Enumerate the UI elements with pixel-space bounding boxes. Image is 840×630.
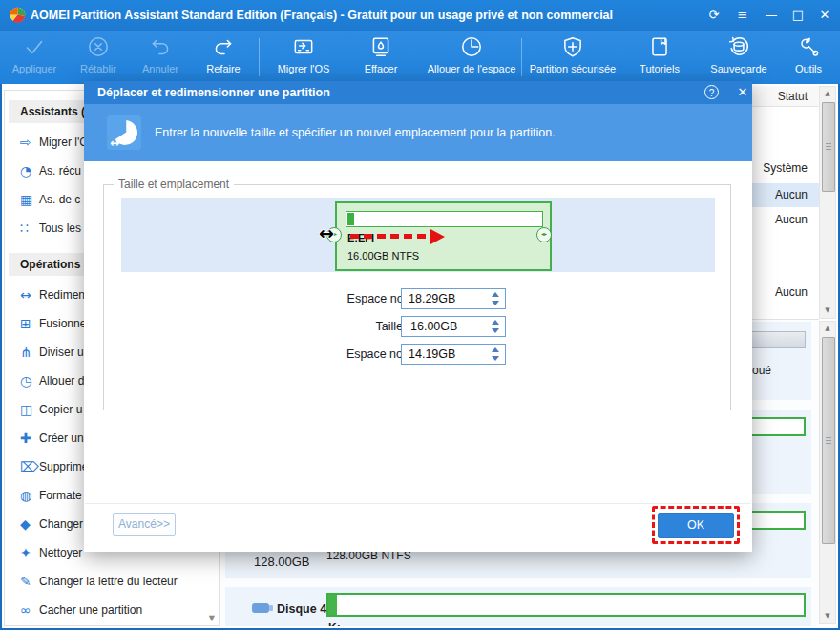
unallocated-after-input[interactable]: 14.19GB xyxy=(401,344,506,365)
toolbar-label: Effacer xyxy=(346,63,416,75)
partition-usage-fill xyxy=(347,213,354,225)
toolbar-separator xyxy=(521,38,522,76)
close-icon[interactable]: ✕ xyxy=(811,0,838,31)
redo-button[interactable]: Refaire xyxy=(193,34,254,82)
check-icon xyxy=(2,34,67,63)
redo-icon xyxy=(193,34,254,63)
disk-size-label: 128.00GB xyxy=(254,555,310,569)
undo-button[interactable]: Annuler xyxy=(130,34,191,82)
spin-down-icon xyxy=(492,328,499,333)
spin-up-icon xyxy=(492,347,499,352)
scrollbar-thumb[interactable] xyxy=(822,337,835,544)
toolbar-label: Outils xyxy=(781,63,836,75)
sidebar-scroll-down-icon[interactable]: ▼ xyxy=(209,614,215,622)
sidebar-item-label: Formate xyxy=(39,489,82,502)
apply-button[interactable]: Appliquer xyxy=(2,34,67,82)
advanced-button[interactable]: Avancé>> xyxy=(113,513,176,536)
sidebar-item-label: Copier u xyxy=(39,403,82,416)
sidebar-item-label: As. de c xyxy=(39,193,80,206)
list-scrollbar[interactable]: ▲ ▼ xyxy=(819,86,836,319)
dialog-banner-text: Entrer la nouvelle taille et spécifier u… xyxy=(155,104,556,161)
glasses-icon: ∞ xyxy=(20,596,39,623)
toolbar-label: Tutoriels xyxy=(624,63,695,75)
sidebar-item-label: As. récu xyxy=(39,164,81,178)
sidebar-item-hide-partition[interactable]: ∞Cacher une partition xyxy=(5,595,219,623)
pencil-icon: ✎ xyxy=(20,567,39,595)
format-icon: ◍ xyxy=(20,481,39,509)
discard-button[interactable]: Rétablir xyxy=(69,34,128,82)
scrollbar-thumb[interactable] xyxy=(822,102,835,192)
help-icon[interactable]: ? xyxy=(704,85,719,99)
spin-down-icon xyxy=(492,301,499,305)
sidebar-item-label: Redimen xyxy=(39,288,85,302)
partition-used-fill xyxy=(328,595,337,615)
unallocated-before-input[interactable]: 18.29GB xyxy=(401,288,506,309)
field-value: 14.19GB xyxy=(409,347,455,361)
resize-partition-icon: ↔ xyxy=(107,116,141,150)
table-row[interactable]: Système xyxy=(763,160,808,176)
right-resize-handle[interactable]: ◂▸ xyxy=(536,227,552,242)
book-icon xyxy=(624,34,695,63)
backup-button[interactable]: Sauvegarde xyxy=(701,34,777,82)
move-arrow-glyph: ↔ xyxy=(110,136,119,150)
toolbar-label: Appliquer xyxy=(2,63,67,75)
clean-icon: ✦ xyxy=(20,538,39,566)
dialog-close-icon[interactable]: ✕ xyxy=(733,81,752,104)
sidebar-item-label: Tous les xyxy=(39,221,81,235)
sidebar-item-label: Supprime xyxy=(39,460,88,473)
minimize-icon[interactable]: — xyxy=(758,0,785,31)
spin-up-icon xyxy=(492,292,499,297)
table-row[interactable]: Aucun xyxy=(775,212,808,227)
pie-clock-icon xyxy=(422,34,521,63)
groupbox-label: Taille et emplacement xyxy=(114,178,234,191)
menu-icon[interactable]: ≡ xyxy=(729,0,756,31)
migrate-os-icon: ⇨ xyxy=(20,128,39,156)
title-bar: AOMEI Partition Assistant Standard Editi… xyxy=(0,0,840,31)
secure-partition-button[interactable]: Partition sécurisée xyxy=(527,34,619,82)
scroll-up-icon[interactable]: ▲ xyxy=(820,87,835,101)
dialog-title-bar: Déplacer et redimensionner une partition… xyxy=(84,81,752,104)
scroll-down-icon[interactable]: ▼ xyxy=(820,609,835,623)
maximize-icon[interactable]: □ xyxy=(785,0,811,31)
disk-name: Disque 4 xyxy=(277,602,326,616)
tools-button[interactable]: Outils xyxy=(781,34,836,82)
partition-usage-bar xyxy=(346,211,543,227)
migrate-os-button[interactable]: Migrer l'OS xyxy=(267,34,340,82)
drive-letter-label: K: xyxy=(328,621,341,626)
spin-up-icon xyxy=(492,320,499,325)
partition-size-input[interactable]: 16.00GB xyxy=(401,316,506,337)
toolbar-label: Migrer l'OS xyxy=(267,63,340,75)
disk-panel[interactable]: Disque 4 K: xyxy=(225,587,811,626)
spinner[interactable] xyxy=(489,346,502,362)
usb-disk-icon xyxy=(252,603,269,613)
spinner[interactable] xyxy=(489,319,502,334)
scroll-down-icon[interactable]: ▼ xyxy=(820,304,835,318)
dialog-footer-separator xyxy=(85,503,751,504)
spin-down-icon xyxy=(492,356,499,361)
sidebar-item-label: Changer la lettre du lecteur xyxy=(39,575,178,588)
circle-x-icon xyxy=(69,34,128,63)
drag-direction-arrowhead xyxy=(430,229,445,244)
toolbar-separator xyxy=(259,38,260,76)
tutorials-button[interactable]: Tutoriels xyxy=(624,34,695,82)
sidebar-item-label: Fusionne xyxy=(39,317,86,330)
split-icon: ⋔ xyxy=(20,338,39,366)
trash-icon: ⌦ xyxy=(20,452,39,480)
allocate-space-button[interactable]: Allouer de l'espace xyxy=(422,34,521,82)
wipe-button[interactable]: Effacer xyxy=(346,34,416,82)
partition-bar[interactable] xyxy=(326,593,806,617)
toolbar-label: Allouer de l'espace xyxy=(422,63,521,75)
sidebar-item-change-drive-letter[interactable]: ✎Changer la lettre du lecteur xyxy=(5,566,219,595)
refresh-icon[interactable]: ⟳ xyxy=(701,0,727,31)
plus-icon: ✚ xyxy=(20,424,39,452)
toolbar-label: Rétablir xyxy=(69,63,128,75)
window-title: AOMEI Partition Assistant Standard Editi… xyxy=(31,0,613,31)
sidebar-item-label: Cacher une partition xyxy=(39,603,142,617)
disks-scrollbar[interactable]: ▲ ▼ xyxy=(819,321,836,624)
dialog-title: Déplacer et redimensionner une partition xyxy=(97,81,330,104)
table-row[interactable]: Aucun xyxy=(775,187,808,202)
ok-button[interactable]: OK xyxy=(658,513,734,538)
spinner[interactable] xyxy=(489,291,502,306)
table-row[interactable]: Aucun xyxy=(775,284,808,300)
scroll-up-icon[interactable]: ▲ xyxy=(820,322,835,336)
